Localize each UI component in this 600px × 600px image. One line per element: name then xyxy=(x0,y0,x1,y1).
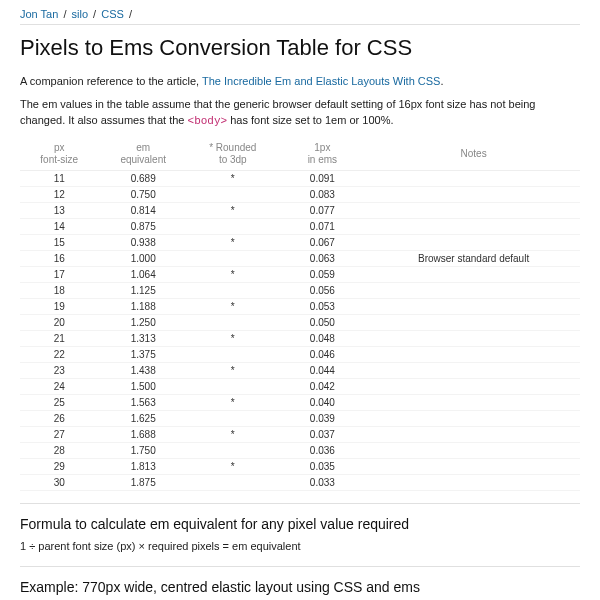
table-row: 120.7500.083 xyxy=(20,186,580,202)
formula-heading: Formula to calculate em equivalent for a… xyxy=(20,516,580,532)
table-cell-notes xyxy=(367,202,580,218)
table-cell-notes xyxy=(367,186,580,202)
table-cell-rd xyxy=(188,442,278,458)
intro-text: A companion reference to the article, xyxy=(20,75,202,87)
table-cell-rd xyxy=(188,410,278,426)
table-cell-em: 1.750 xyxy=(98,442,188,458)
table-cell-px: 16 xyxy=(20,250,98,266)
table-cell-px: 17 xyxy=(20,266,98,282)
table-cell-notes xyxy=(367,314,580,330)
table-cell-onepx: 0.083 xyxy=(278,186,368,202)
table-cell-em: 1.125 xyxy=(98,282,188,298)
table-cell-px: 18 xyxy=(20,282,98,298)
breadcrumb-sep: / xyxy=(93,8,96,20)
table-cell-em: 0.938 xyxy=(98,234,188,250)
table-cell-px: 15 xyxy=(20,234,98,250)
table-cell-onepx: 0.056 xyxy=(278,282,368,298)
table-cell-px: 28 xyxy=(20,442,98,458)
table-cell-onepx: 0.036 xyxy=(278,442,368,458)
table-cell-rd xyxy=(188,250,278,266)
table-cell-px: 19 xyxy=(20,298,98,314)
table-cell-em: 1.313 xyxy=(98,330,188,346)
table-cell-rd xyxy=(188,346,278,362)
intro-text: . xyxy=(440,75,443,87)
breadcrumb-link-jon-tan[interactable]: Jon Tan xyxy=(20,8,58,20)
table-cell-onepx: 0.040 xyxy=(278,394,368,410)
table-cell-notes: Browser standard default xyxy=(367,250,580,266)
intro-paragraph-1: A companion reference to the article, Th… xyxy=(20,73,580,90)
table-row: 201.2500.050 xyxy=(20,314,580,330)
col-header-1px: 1pxin ems xyxy=(278,138,368,171)
table-row: 110.689*0.091 xyxy=(20,170,580,186)
page-title: Pixels to Ems Conversion Table for CSS xyxy=(20,35,580,61)
table-cell-rd: * xyxy=(188,330,278,346)
table-cell-notes xyxy=(367,234,580,250)
table-cell-px: 21 xyxy=(20,330,98,346)
table-cell-onepx: 0.091 xyxy=(278,170,368,186)
table-cell-em: 1.625 xyxy=(98,410,188,426)
table-cell-em: 0.689 xyxy=(98,170,188,186)
table-row: 171.064*0.059 xyxy=(20,266,580,282)
table-row: 221.3750.046 xyxy=(20,346,580,362)
table-cell-notes xyxy=(367,346,580,362)
col-header-em: emequivalent xyxy=(98,138,188,171)
table-cell-rd xyxy=(188,474,278,490)
table-cell-px: 22 xyxy=(20,346,98,362)
table-cell-rd: * xyxy=(188,394,278,410)
breadcrumb-sep: / xyxy=(63,8,66,20)
table-cell-onepx: 0.044 xyxy=(278,362,368,378)
table-cell-onepx: 0.077 xyxy=(278,202,368,218)
table-cell-px: 27 xyxy=(20,426,98,442)
col-header-notes: Notes xyxy=(367,138,580,171)
table-cell-rd xyxy=(188,218,278,234)
table-cell-rd xyxy=(188,314,278,330)
table-cell-em: 1.813 xyxy=(98,458,188,474)
table-cell-rd xyxy=(188,378,278,394)
table-cell-rd xyxy=(188,186,278,202)
table-row: 261.6250.039 xyxy=(20,410,580,426)
table-cell-onepx: 0.071 xyxy=(278,218,368,234)
table-header-row: pxfont-size emequivalent * Roundedto 3dp… xyxy=(20,138,580,171)
table-row: 301.8750.033 xyxy=(20,474,580,490)
page-container: Jon Tan / silo / CSS / Pixels to Ems Con… xyxy=(20,0,580,600)
table-cell-notes xyxy=(367,218,580,234)
table-cell-notes xyxy=(367,426,580,442)
breadcrumb: Jon Tan / silo / CSS / xyxy=(20,8,580,25)
table-cell-notes xyxy=(367,298,580,314)
table-cell-notes xyxy=(367,474,580,490)
table-row: 211.313*0.048 xyxy=(20,330,580,346)
table-cell-em: 0.814 xyxy=(98,202,188,218)
table-cell-rd: * xyxy=(188,458,278,474)
formula-text: 1 ÷ parent font size (px) × required pix… xyxy=(20,538,580,555)
table-cell-onepx: 0.035 xyxy=(278,458,368,474)
body-code: <body> xyxy=(188,115,228,127)
table-cell-px: 30 xyxy=(20,474,98,490)
table-cell-px: 12 xyxy=(20,186,98,202)
table-cell-notes xyxy=(367,330,580,346)
table-cell-rd xyxy=(188,282,278,298)
table-cell-em: 1.064 xyxy=(98,266,188,282)
table-cell-rd: * xyxy=(188,298,278,314)
divider xyxy=(20,503,580,504)
breadcrumb-link-css[interactable]: CSS xyxy=(101,8,124,20)
table-cell-onepx: 0.067 xyxy=(278,234,368,250)
intro-text: has font size set to 1em or 100%. xyxy=(227,114,393,126)
table-cell-rd: * xyxy=(188,234,278,250)
table-cell-px: 25 xyxy=(20,394,98,410)
table-cell-onepx: 0.063 xyxy=(278,250,368,266)
intro-article-link[interactable]: The Incredible Em and Elastic Layouts Wi… xyxy=(202,75,440,87)
table-cell-rd: * xyxy=(188,426,278,442)
table-cell-em: 1.438 xyxy=(98,362,188,378)
table-cell-notes xyxy=(367,378,580,394)
table-row: 281.7500.036 xyxy=(20,442,580,458)
intro-paragraph-2: The em values in the table assume that t… xyxy=(20,96,580,130)
table-cell-em: 1.688 xyxy=(98,426,188,442)
table-cell-px: 20 xyxy=(20,314,98,330)
table-cell-onepx: 0.033 xyxy=(278,474,368,490)
table-cell-onepx: 0.048 xyxy=(278,330,368,346)
table-cell-onepx: 0.046 xyxy=(278,346,368,362)
table-cell-notes xyxy=(367,410,580,426)
table-cell-px: 26 xyxy=(20,410,98,426)
breadcrumb-link-silo[interactable]: silo xyxy=(72,8,89,20)
table-cell-px: 14 xyxy=(20,218,98,234)
